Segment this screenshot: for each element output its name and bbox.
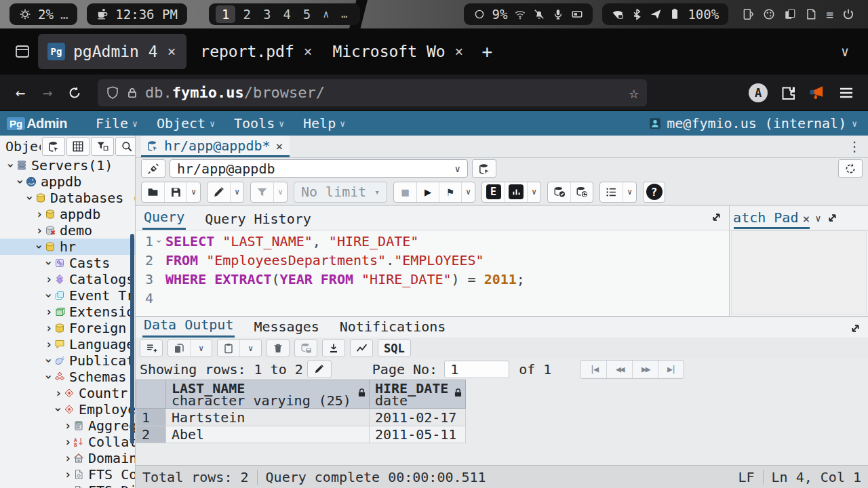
tree-item-aggregates[interactable]: ›Aggregates xyxy=(0,418,135,434)
panel-kebab-icon[interactable]: ⋮ xyxy=(848,138,861,155)
tree-item-demo[interactable]: ›demo xyxy=(0,222,135,239)
tab-query-history[interactable]: Query History xyxy=(203,208,313,230)
page-no-input[interactable]: 1 xyxy=(444,361,509,378)
next-page-button[interactable]: ▶▶ xyxy=(632,361,658,378)
expand-icon[interactable]: › xyxy=(53,386,64,400)
tray-menu-icon[interactable]: ≡ xyxy=(826,7,833,22)
edit-button[interactable] xyxy=(208,182,230,202)
execute-options-dropdown[interactable]: ∨ xyxy=(461,182,475,202)
tab-close-icon[interactable]: × xyxy=(166,43,178,60)
tree-item-extensions[interactable]: ›Extensions xyxy=(0,304,135,320)
explain-button[interactable]: E xyxy=(482,182,505,202)
save-options-dropdown[interactable]: ∨ xyxy=(186,182,200,202)
copy-options-dropdown[interactable]: ∨ xyxy=(190,340,212,357)
expand-icon[interactable]: › xyxy=(62,419,73,432)
tab-notifications[interactable]: Notifications xyxy=(338,316,448,338)
edit-range-button[interactable] xyxy=(307,360,332,378)
explain-analyze-button[interactable] xyxy=(505,182,527,202)
quick-search-db-button[interactable] xyxy=(42,137,65,156)
expand-icon[interactable]: › xyxy=(34,207,45,221)
tree-item-appdb[interactable]: ›appdb xyxy=(0,174,135,190)
tab-query[interactable]: Query xyxy=(142,206,186,230)
tree-item-fts-dictionaries[interactable]: ›FTS Dictionaries xyxy=(0,483,135,488)
connection-plug-icon[interactable] xyxy=(141,159,165,178)
tree-item-schemas[interactable]: ›Schemas xyxy=(0,369,135,385)
sql-editor[interactable]: 1›SELECT "LAST_NAME", "HIRE_DATE"2FROM "… xyxy=(136,230,729,316)
macros-button[interactable] xyxy=(600,182,623,202)
menu-file[interactable]: File∨ xyxy=(86,115,147,131)
back-button[interactable]: ← xyxy=(8,81,33,105)
edit-options-dropdown[interactable]: ∨ xyxy=(230,182,243,202)
scratch-pad-textarea[interactable] xyxy=(731,230,867,314)
menu-help[interactable]: Help∨ xyxy=(294,115,355,131)
search-objects-button[interactable] xyxy=(115,137,136,156)
save-file-button[interactable] xyxy=(164,182,186,202)
tree-item-fts-configurations[interactable]: ›FTS Configurations xyxy=(0,466,135,483)
tree-item-employeesdepartments[interactable]: ›EmployeesDepartments xyxy=(0,401,135,418)
expand-icon[interactable]: › xyxy=(43,305,54,319)
tree-item-databases[interactable]: ›Databases ( xyxy=(0,190,135,206)
copy-button[interactable] xyxy=(168,340,190,357)
list-all-tabs-icon[interactable]: ∨ xyxy=(829,43,861,60)
shield-icon[interactable] xyxy=(106,86,119,100)
paste-options-dropdown[interactable]: ∨ xyxy=(239,340,261,357)
show-sql-button[interactable]: SQL xyxy=(378,339,411,357)
prev-page-button[interactable]: ◀◀ xyxy=(606,361,632,378)
sql-line[interactable]: 3WHERE EXTRACT(YEAR FROM "HIRE_DATE") = … xyxy=(136,270,729,289)
expand-icon[interactable]: › xyxy=(62,484,73,488)
menu-object[interactable]: Object∨ xyxy=(147,115,224,131)
expand-icon[interactable]: › xyxy=(43,321,54,335)
reload-button[interactable] xyxy=(62,81,87,105)
new-tab-button[interactable]: + xyxy=(471,41,503,62)
user-menu[interactable]: me@fymio.us (internal) ∨ xyxy=(649,115,861,131)
expand-icon[interactable]: › xyxy=(43,338,54,351)
grid-view-button[interactable] xyxy=(66,137,90,156)
menu-tools[interactable]: Tools∨ xyxy=(224,115,294,131)
sql-line[interactable]: 1›SELECT "LAST_NAME", "HIRE_DATE" xyxy=(136,232,729,251)
paste-button[interactable] xyxy=(218,340,239,357)
connection-select[interactable]: hr/app@appdb ∨ xyxy=(170,159,468,178)
help-button[interactable]: ? xyxy=(643,182,665,203)
tree-item-foreign-data-wrappers[interactable]: ›Foreign Data Wrappers xyxy=(0,320,135,336)
collapse-icon[interactable]: › xyxy=(33,241,46,252)
tree-item-hr[interactable]: ›hr xyxy=(0,239,135,255)
close-icon[interactable]: × xyxy=(276,139,283,153)
bookmark-star-icon[interactable]: ☆ xyxy=(629,83,639,102)
table-row[interactable]: 2 Abel 2011-05-11 xyxy=(136,426,466,443)
tree-item-collations[interactable]: ›ABCollations xyxy=(0,434,135,450)
url-bar[interactable]: db.fymio.us/browser/ ☆ xyxy=(98,79,647,106)
execute-to-cursor-button[interactable]: ⚑ xyxy=(439,182,461,202)
collapse-icon[interactable]: › xyxy=(4,160,18,171)
tab-messages[interactable]: Messages xyxy=(252,316,320,338)
lock-icon[interactable] xyxy=(126,87,138,99)
graph-visualiser-button[interactable] xyxy=(350,339,373,357)
url-text[interactable]: db.fymio.us/browser/ xyxy=(145,84,623,101)
hamburger-menu-icon[interactable] xyxy=(838,85,854,101)
pgadmin-logo[interactable]: Pg Admin xyxy=(7,116,67,131)
workspace-5[interactable]: 5 xyxy=(297,5,317,23)
first-page-button[interactable]: |◀ xyxy=(580,361,606,378)
workspace-1[interactable]: 1 xyxy=(216,5,235,23)
expand-results-icon[interactable] xyxy=(850,323,861,334)
query-tool-tab[interactable]: hr/app@appdb* × xyxy=(141,136,290,157)
system-tray[interactable]: ≡ xyxy=(738,7,859,22)
collapse-icon[interactable]: › xyxy=(23,192,37,203)
row-limit-select[interactable]: No limit ▾ xyxy=(294,182,387,203)
resource-widget[interactable]: 9% xyxy=(464,3,593,25)
browser-tab-word[interactable]: Microsoft Wo × xyxy=(323,34,471,69)
power-icon[interactable] xyxy=(842,8,854,20)
forward-button[interactable]: → xyxy=(35,81,60,105)
collapse-icon[interactable]: › xyxy=(42,258,56,268)
workspace-4[interactable]: 4 xyxy=(277,5,296,23)
expand-icon[interactable]: › xyxy=(62,435,73,449)
collapse-icon[interactable]: › xyxy=(42,371,56,382)
account-avatar[interactable]: A xyxy=(749,83,768,102)
macros-dropdown[interactable]: ∨ xyxy=(623,182,636,202)
tree-item-catalogs[interactable]: ›Catalogs xyxy=(0,271,135,287)
save-data-button[interactable] xyxy=(294,339,317,357)
expand-icon[interactable]: › xyxy=(43,272,54,286)
tree-item-countr[interactable]: ›Countr xyxy=(0,385,135,401)
workspace-2[interactable]: 2 xyxy=(237,5,256,23)
add-row-button[interactable] xyxy=(140,339,163,357)
new-connection-button[interactable] xyxy=(472,159,496,178)
